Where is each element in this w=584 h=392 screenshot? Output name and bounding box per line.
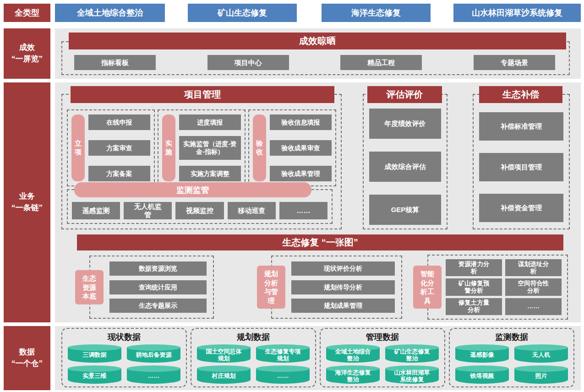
stage-item: 验收成果管理	[270, 166, 332, 181]
database-cylinder: 耕地后备资源	[127, 348, 180, 363]
monitoring-item: ……	[279, 202, 327, 219]
stage-implementation-label: 实施	[162, 114, 175, 181]
project-stages: 立项 在线申报 方案审查 方案备案 实施 进度填报 实施监管（进度-资金-指标）…	[67, 109, 336, 186]
monitoring-group: 监测监管 遥感监测 无人机监管 视频监控 移动巡查 ……	[67, 189, 333, 224]
one-map-title: 生态修复 “一张图”	[77, 234, 563, 250]
compensation-title: 生态补偿	[479, 86, 562, 103]
database-cylinder: 遥感影像	[455, 348, 509, 363]
stage-item: 验收信息填报	[270, 114, 332, 130]
data-group-title: 现状数据	[68, 332, 180, 343]
sidebar-business-line2: “一条链”	[11, 202, 43, 214]
one-map-item: 现状评价分析	[291, 261, 395, 276]
monitoring-item: 无人机监管	[124, 202, 172, 219]
compensation-item: 补偿项目管理	[479, 153, 563, 181]
category-tab-land: 全域土地综合整治	[55, 4, 165, 22]
effectiveness-item: 精品工程	[340, 55, 422, 70]
sidebar-effectiveness-line2: “一屏览”	[11, 54, 43, 65]
sidebar-data: 数据 “一个仓”	[4, 326, 50, 390]
database-cylinder: 海洋生态修复整治	[326, 369, 380, 384]
one-map-item: 规划成果管理	[291, 299, 395, 313]
database-cylinder: 全域土地综合整治	[326, 348, 380, 363]
database-cylinder: ……	[256, 369, 310, 384]
one-map-tool-item: 资源潜力分析	[446, 259, 502, 276]
one-map-group-resources: 生态资源本底 数据资源浏览 查询统计应用 生态专题展示	[89, 256, 214, 319]
compensation-item: 补偿标准管理	[479, 112, 563, 141]
monitoring-title: 监测监管	[74, 182, 311, 197]
one-map-group-resources-label: 生态资源本底	[75, 270, 104, 305]
all-types-label: 全类型	[4, 4, 50, 22]
business-panel: 项目管理 立项 在线申报 方案审查 方案备案 实施 进度填报 实施监管（进度-资…	[55, 82, 581, 322]
database-cylinder: 生态修复专项规划	[256, 348, 310, 363]
stage-approval-label: 立项	[71, 114, 85, 181]
stage-item: 验收成果审查	[270, 140, 332, 156]
stage-implementation: 实施 进度填报 实施监管（进度-资金-指标） 实施方案调整	[158, 109, 246, 186]
evaluation-group: 评估评价 年度绩效评价 成效综合评估 GEP核算	[363, 94, 448, 229]
database-cylinder: 实景三维	[68, 369, 121, 384]
sidebar-data-line2: “一个仓”	[11, 358, 43, 370]
compensation-item: 补偿资金管理	[479, 194, 563, 222]
project-management-group: 项目管理 立项 在线申报 方案审查 方案备案 实施 进度填报 实施监管（进度-资…	[61, 94, 342, 229]
one-map-item: 查询统计应用	[109, 280, 207, 294]
data-group-title: 监测数据	[455, 332, 568, 343]
stage-acceptance: 验收 验收信息填报 验收成果审查 验收成果管理	[248, 109, 336, 186]
effectiveness-title: 成效晾晒	[69, 33, 566, 49]
evaluation-item: 成效综合评估	[369, 152, 441, 182]
sidebar-business-line1: 业务	[19, 191, 35, 202]
one-map-group-planning: 规划分析与管理 现状评价分析 规划传导分析 规划成果管理	[271, 256, 402, 319]
one-map-item: 数据资源浏览	[109, 261, 207, 276]
data-group-current: 现状数据 三调数据 耕地后备资源 实景三维 ……	[61, 328, 187, 387]
stage-approval: 立项 在线申报 方案审查 方案备案	[67, 109, 155, 186]
database-cylinder: 三调数据	[68, 348, 121, 363]
data-group-monitoring: 监测数据 遥感影像 无人机 铁塔视频 照片	[449, 328, 574, 387]
compensation-group: 生态补偿 补偿标准管理 补偿项目管理 补偿资金管理	[473, 94, 570, 229]
sidebar-effectiveness-line1: 成效	[19, 42, 35, 54]
category-tab-system: 山水林田湖草沙系统修复	[453, 4, 581, 22]
database-cylinder: 无人机	[514, 348, 568, 363]
database-cylinder: 照片	[514, 369, 568, 384]
data-group-title: 管理数据	[326, 332, 439, 343]
data-group-planning: 规划数据 国土空间总体规划 生态修复专项规划 村庄规划 ……	[191, 328, 316, 387]
data-group-title: 规划数据	[197, 332, 310, 343]
data-panel: 现状数据 三调数据 耕地后备资源 实景三维 …… 规划数据 国土空间总体规划 生…	[55, 326, 581, 390]
stage-item: 在线申报	[88, 114, 150, 130]
one-map-group-tools: 智能化分析工具 资源潜力分析 谋划选址分析 矿山修复预警分析 空间符合性分析 修…	[427, 255, 568, 320]
stage-item: 方案审查	[88, 140, 150, 156]
one-map-item: 规划传导分析	[291, 280, 395, 294]
evaluation-item: 年度绩效评价	[369, 109, 441, 139]
one-map-tool-item: 空间符合性分析	[505, 278, 562, 295]
project-management-title: 项目管理	[71, 86, 334, 103]
evaluation-title: 评估评价	[367, 86, 442, 103]
category-tab-mine: 矿山生态修复	[188, 4, 297, 22]
stage-acceptance-label: 验收	[253, 114, 266, 181]
database-cylinder: 铁塔视频	[455, 369, 509, 384]
stage-item: 实施监管（进度-资金-指标）	[179, 136, 241, 160]
effectiveness-items: 指标看板 项目中心 精品工程 专题场景	[74, 55, 555, 70]
monitoring-item: 视频监控	[175, 202, 224, 219]
monitoring-item: 遥感监测	[72, 202, 120, 219]
one-map-tool-item: 谋划选址分析	[505, 259, 562, 276]
evaluation-item: GEP核算	[369, 195, 441, 225]
effectiveness-panel: 成效晾晒 指标看板 项目中心 精品工程 专题场景	[55, 28, 581, 79]
stage-item: 方案备案	[88, 166, 150, 181]
one-map-tool-item: 矿山修复预警分析	[446, 278, 502, 295]
effectiveness-item: 专题场景	[474, 55, 555, 70]
stage-item: 进度填报	[179, 114, 241, 130]
one-map-group-planning-label: 规划分析与管理	[257, 266, 285, 309]
database-cylinder: 国土空间总体规划	[197, 348, 251, 363]
stage-item: 实施方案调整	[179, 166, 241, 181]
one-map-group-tools-label: 智能化分析工具	[413, 266, 442, 309]
sidebar-business: 业务 “一条链”	[4, 82, 50, 322]
one-map-tool-item: ……	[505, 298, 562, 315]
effectiveness-group: 成效晾晒 指标看板 项目中心 精品工程 专题场景	[61, 41, 570, 75]
sidebar-effectiveness: 成效 “一屏览”	[4, 28, 50, 79]
monitoring-item: 移动巡查	[228, 202, 276, 219]
database-cylinder: 矿山生态修复整治	[385, 348, 439, 363]
architecture-diagram: 全类型 全域土地综合整治 矿山生态修复 海洋生态修复 山水林田湖草沙系统修复 成…	[0, 0, 584, 392]
database-cylinder: 村庄规划	[197, 369, 251, 384]
one-map-item: 生态专题展示	[109, 299, 207, 313]
data-group-management: 管理数据 全域土地综合整治 矿山生态修复整治 海洋生态修复整治 山水林田湖草系统…	[320, 328, 445, 387]
sidebar-data-line1: 数据	[19, 347, 35, 358]
database-cylinder: 山水林田湖草系统修复	[385, 369, 439, 384]
effectiveness-item: 指标看板	[74, 55, 156, 70]
category-tab-ocean: 海洋生态修复	[322, 4, 431, 22]
